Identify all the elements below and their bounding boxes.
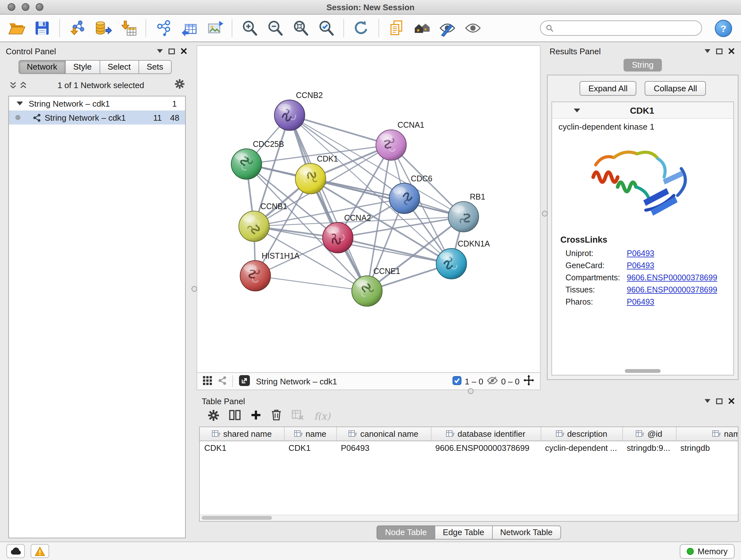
control-panel-close-button[interactable] <box>181 48 187 54</box>
results-panel-close-button[interactable] <box>728 48 735 54</box>
expand-all-networks-button[interactable] <box>20 79 27 91</box>
annotation-mode-button[interactable] <box>437 18 458 38</box>
results-hscrollbar-thumb[interactable] <box>625 369 661 373</box>
tab-string[interactable]: String <box>623 59 662 71</box>
collection-expand-caret[interactable] <box>17 102 23 105</box>
splitter-handle[interactable] <box>192 286 197 292</box>
column-header-shared-name[interactable]: shared name <box>200 427 284 441</box>
cell-description[interactable]: cyclin-dependent ... <box>541 441 622 455</box>
warnings-button[interactable] <box>30 544 49 558</box>
memory-button[interactable]: Memory <box>680 544 735 558</box>
help-button[interactable]: ? <box>715 19 732 37</box>
grid-view-button[interactable] <box>203 376 212 387</box>
network-row-selected[interactable]: String Network – cdk1 11 48 <box>9 111 185 125</box>
zoom-out-button[interactable] <box>265 18 285 38</box>
search-input[interactable] <box>556 23 696 33</box>
home-button[interactable] <box>412 18 432 38</box>
add-column-button[interactable] <box>251 410 261 423</box>
genecard-link[interactable]: P06493 <box>627 261 654 270</box>
control-panel-collapse-button[interactable] <box>157 49 163 53</box>
cell-database-identifier[interactable]: 9606.ENSP00000378699 <box>431 441 541 455</box>
splitter-handle[interactable] <box>542 211 548 216</box>
open-session-button[interactable] <box>6 18 27 38</box>
import-table-button[interactable] <box>118 18 138 38</box>
cell-id[interactable]: stringdb:9... <box>622 441 676 455</box>
tab-network[interactable]: Network <box>18 60 65 74</box>
tab-edge-table[interactable]: Edge Table <box>434 525 493 540</box>
delete-column-button[interactable] <box>271 409 281 423</box>
protein-section-header[interactable]: CDK1 <box>552 102 733 119</box>
selected-checkbox[interactable] <box>453 376 461 387</box>
pharos-link[interactable]: P06493 <box>627 297 654 306</box>
compartments-link[interactable]: 9606.ENSP00000378699 <box>627 273 718 282</box>
column-header-id[interactable]: @id <box>622 427 676 441</box>
uniprot-link[interactable]: P06493 <box>627 249 654 258</box>
delete-table-button[interactable] <box>292 410 304 423</box>
column-header-canonical-name[interactable]: canonical name <box>336 427 431 441</box>
function-builder-button[interactable]: f(x) <box>314 411 330 422</box>
export-image-button[interactable] <box>204 18 225 38</box>
table-settings-button[interactable] <box>208 410 219 423</box>
save-session-button[interactable] <box>32 18 52 38</box>
network-node-CCNA1[interactable]: CCNA1 <box>376 121 424 160</box>
graphics-details-button[interactable] <box>463 18 483 38</box>
results-panel-float-button[interactable] <box>716 48 723 54</box>
table-panel-collapse-button[interactable] <box>704 399 711 403</box>
splitter-handle[interactable] <box>468 388 474 394</box>
results-panel-collapse-button[interactable] <box>704 49 711 53</box>
hidden-toggle[interactable] <box>487 376 498 387</box>
import-database-button[interactable] <box>92 18 113 38</box>
cell-name[interactable]: CDK1 <box>284 441 336 455</box>
table-panel-close-button[interactable] <box>728 398 735 404</box>
new-network-from-selection-button[interactable] <box>153 18 174 38</box>
table-row[interactable]: CDK1 CDK1 P06493 9606.ENSP00000378699 cy… <box>200 441 738 455</box>
cell-canonical-name[interactable]: P06493 <box>336 441 431 455</box>
network-node-HIST1H1A[interactable]: HIST1H1A <box>240 252 300 291</box>
zoom-selected-button[interactable] <box>316 18 336 38</box>
network-node-CDK1[interactable]: CDK1 <box>295 154 338 194</box>
import-network-button[interactable] <box>67 18 87 38</box>
network-node-CDKN1A[interactable]: CDKN1A <box>436 240 490 279</box>
pan-mode-button[interactable] <box>523 375 534 388</box>
tab-node-table[interactable]: Node Table <box>377 525 435 540</box>
database-import-icon <box>94 19 112 37</box>
export-network-button[interactable] <box>239 374 250 388</box>
close-window-button[interactable] <box>8 3 15 11</box>
cell-shared-name[interactable]: CDK1 <box>200 441 284 455</box>
minimize-window-button[interactable] <box>22 3 29 11</box>
show-columns-button[interactable] <box>229 410 241 423</box>
zoom-in-button[interactable] <box>239 18 260 38</box>
export-table-button[interactable] <box>179 18 199 38</box>
zoom-window-button[interactable] <box>36 3 44 11</box>
expand-all-button[interactable]: Expand All <box>580 81 636 96</box>
copy-document-icon <box>387 19 405 37</box>
duplicate-document-button[interactable] <box>386 18 407 38</box>
column-header-name[interactable]: name <box>284 427 336 441</box>
birdseye-view-button[interactable] <box>218 376 226 387</box>
network-options-button[interactable] <box>175 79 185 91</box>
zoom-fit-button[interactable] <box>290 18 311 38</box>
tab-network-table[interactable]: Network Table <box>492 525 561 540</box>
table-panel-float-button[interactable] <box>716 398 723 404</box>
cloud-sync-button[interactable] <box>6 544 25 558</box>
tab-sets[interactable]: Sets <box>138 60 172 74</box>
tab-select[interactable]: Select <box>99 60 139 74</box>
network-canvas[interactable]: CCNB2CCNA1CDC25BCDK1CDC6RB1CCNB1CCNA2CDK… <box>197 46 540 372</box>
apply-layout-button[interactable] <box>351 18 372 38</box>
tissues-link[interactable]: 9606.ENSP00000378699 <box>627 285 718 294</box>
collapse-all-button[interactable]: Collapse All <box>645 81 706 96</box>
table-hscrollbar-thumb[interactable] <box>202 516 272 520</box>
collapse-all-networks-button[interactable] <box>10 79 17 91</box>
cell-namespace[interactable]: stringdb <box>676 441 738 455</box>
section-collapse-caret[interactable] <box>574 108 580 112</box>
column-header-description[interactable]: description <box>541 427 622 441</box>
network-node-CCNB2[interactable]: CCNB2 <box>274 91 323 130</box>
tab-style[interactable]: Style <box>65 60 100 74</box>
control-panel-float-button[interactable] <box>169 48 175 54</box>
table-hscrollbar[interactable] <box>200 515 738 521</box>
network-collection-row[interactable]: String Network – cdk1 1 <box>9 97 185 111</box>
network-node-RB1[interactable]: RB1 <box>448 192 485 232</box>
column-header-namespace[interactable]: namespace <box>676 427 738 441</box>
column-header-database-identifier[interactable]: database identifier <box>431 427 541 441</box>
node-label-CCNB1: CCNB1 <box>260 202 287 211</box>
